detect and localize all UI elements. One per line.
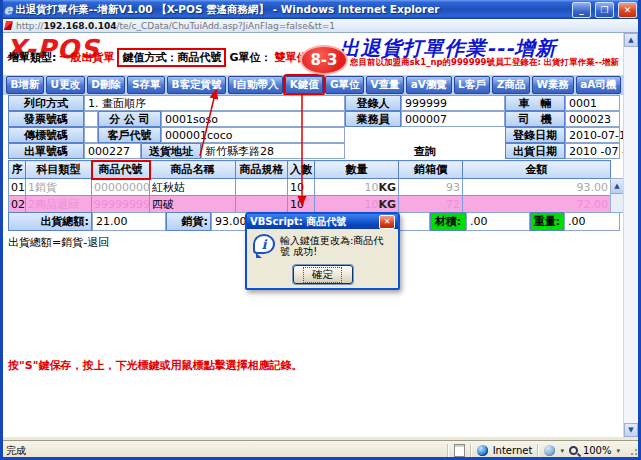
- protected-mode-icon[interactable]: [544, 445, 555, 456]
- toolbar-button-i-autofill[interactable]: I自動帶入: [228, 76, 283, 94]
- total-field: 21.00: [92, 212, 166, 231]
- ok-button[interactable]: 確定: [293, 265, 353, 284]
- salesman-field[interactable]: 000007: [401, 111, 505, 127]
- toolbar-button-b-add[interactable]: B增新: [6, 76, 44, 94]
- volume-label: 材積:: [430, 212, 466, 231]
- dialog-close-icon[interactable]: ✕: [379, 215, 395, 229]
- caret-down-icon[interactable]: ▾: [560, 447, 564, 455]
- vbscript-dialog[interactable]: VBScript: 商品代號 ✕ i 輸入鍵值更改為:商品代號 成功! 確定: [245, 212, 400, 290]
- cell-name: 四破: [150, 196, 236, 213]
- weight-field: .00: [564, 212, 620, 231]
- minimize-button[interactable]: _: [572, 2, 591, 18]
- formula-note: 出貨總額=銷貨-退回: [8, 235, 109, 250]
- item-row-2[interactable]: 02 2商品退回 9999999999999 四破 10 10KG 72 72.…: [9, 196, 611, 213]
- dialog-message: 輸入鍵值更改為:商品代號 成功!: [280, 235, 392, 258]
- address-label: 送貨地址: [141, 143, 201, 159]
- col-amount: 金額: [463, 161, 611, 179]
- salesman-label: 業務員: [345, 111, 401, 127]
- toolbar-button-aa-driver[interactable]: aA司機: [576, 76, 621, 94]
- internet-globe-icon: [477, 445, 488, 456]
- col-seq: 序: [9, 161, 26, 179]
- cell-name: 紅秋姑: [150, 179, 236, 196]
- shipdate-label: 出貨日期: [505, 143, 565, 159]
- key-mode-value: 鍵值方式：商品代號: [117, 48, 226, 67]
- scroll-up-icon[interactable]: ▲: [611, 179, 623, 194]
- toolbar-button-u-edit[interactable]: U更改: [46, 76, 85, 94]
- toolbar-button-av-browse[interactable]: aV瀏覽: [406, 76, 451, 94]
- order-type-label: 增單類型:: [8, 50, 56, 65]
- title-bar[interactable]: e 出退貨打單作業--增新V1.00 【X-POS 雲遙商務網】 - Windo…: [0, 0, 641, 19]
- unit-mode-label: G單位：: [229, 50, 271, 65]
- toolbar-button-l-customer[interactable]: L客戶: [454, 76, 491, 94]
- dialog-title-bar[interactable]: VBScript: 商品代號 ✕: [247, 214, 398, 229]
- resize-grip[interactable]: [625, 447, 638, 460]
- cell-seq: 01: [9, 179, 26, 196]
- query-link[interactable]: 查詢: [345, 143, 505, 159]
- invoice-field[interactable]: [84, 111, 98, 127]
- regdate-field[interactable]: 2010-07-12: [565, 127, 620, 143]
- weight-label: 重量:: [530, 212, 564, 231]
- registrant-label: 登錄人: [345, 95, 401, 111]
- order-no-field[interactable]: 000227: [84, 143, 141, 159]
- page-scrollbar[interactable]: ▲ ▼: [623, 33, 638, 437]
- toolbar-button-z-product[interactable]: Z商品: [492, 76, 530, 94]
- maximize-button[interactable]: ❐: [595, 2, 614, 18]
- voucher-label: 傳標號碼: [8, 127, 84, 143]
- item-row-1[interactable]: 01 1銷貨 0000000000109 紅秋姑 10 10KG 93 93.0…: [9, 179, 611, 196]
- toolbar-button-k-keyvalue[interactable]: K鍵值: [285, 76, 323, 94]
- cell-qty: 10KG: [315, 179, 399, 196]
- url-path: /te/c_CData/ChuTuiAdd.asp?JiAnFlag=false…: [116, 21, 335, 31]
- cell-qty: 10KG: [315, 196, 399, 213]
- toolbar-button-g-unit[interactable]: G單位: [325, 76, 364, 94]
- cell-type: 1銷貨: [26, 179, 92, 196]
- scroll-down-icon[interactable]: ▼: [624, 423, 638, 437]
- toolbar-button-w-sales[interactable]: W業務: [532, 76, 574, 94]
- branch-field[interactable]: 0001soso: [161, 111, 345, 127]
- col-spec: 商品規格: [236, 161, 288, 179]
- order-type-value: 一般出貨單: [59, 50, 114, 65]
- invoice-label: 發票號碼: [8, 111, 84, 127]
- vehicle-field[interactable]: 0001: [565, 95, 620, 111]
- registrant-field[interactable]: 999999: [401, 95, 505, 111]
- instruction-text: 按"S"鍵保存，按上，下光標鍵或用鼠標點擊選擇相應記錄。: [8, 358, 302, 373]
- voucher-field[interactable]: [84, 127, 98, 143]
- url-protocol: http://: [16, 21, 44, 31]
- zoom-level[interactable]: 100%: [583, 445, 612, 456]
- col-box-price: 銷箱價: [399, 161, 463, 179]
- cell-spec: [236, 196, 288, 213]
- col-product-name: 商品名稱: [150, 161, 236, 179]
- col-product-code: 商品代號: [92, 161, 150, 179]
- shipdate-field[interactable]: 2010 -07 -12: [565, 143, 620, 159]
- cell-pack: 10: [288, 196, 315, 213]
- order-form: 列印方式 1. 畫面順序 登錄人 999999 車 輛 0001 發票號碼 分 …: [8, 95, 620, 159]
- toolbar-button-s-save[interactable]: S存單: [127, 76, 165, 94]
- url-text[interactable]: http://192.168.0.104/te/c_CData/ChuTuiAd…: [16, 21, 335, 31]
- toolbar-button-v-quantity[interactable]: V查量: [366, 76, 404, 94]
- scroll-up-icon[interactable]: ▲: [624, 33, 638, 47]
- cell-seq: 02: [9, 196, 26, 213]
- cell-code: 9999999999999: [92, 196, 150, 213]
- close-button[interactable]: ✕: [618, 2, 637, 18]
- items-header-row: 序 科目類型 商品代號 商品名稱 商品規格 入數 數量 銷箱價 金額: [9, 161, 611, 179]
- form-row-3: 傳標號碼 客戶代號 000001coco 登錄日期 2010-07-12: [8, 127, 620, 143]
- items-scrollbar[interactable]: ▲: [610, 178, 624, 213]
- driver-field[interactable]: 000023: [565, 111, 620, 127]
- form-row-2: 發票號碼 分 公 司 0001soso 業務員 000007 司 機 00002…: [8, 111, 620, 127]
- zoom-icon[interactable]: [569, 446, 578, 455]
- branch-label: 分 公 司: [98, 111, 161, 127]
- cell-price: 93: [399, 179, 463, 196]
- ie-icon: e: [4, 2, 12, 17]
- col-qty: 數量: [315, 161, 399, 179]
- print-mode-field[interactable]: 1. 畫面順序: [84, 95, 345, 111]
- page-content: X-POS 出退貨打單作業---增新 增單類型: 一般出貨單 鍵值方式：商品代號…: [3, 33, 638, 437]
- address-bar[interactable]: http://192.168.0.104/te/c_CData/ChuTuiAd…: [0, 19, 641, 33]
- toolbar-button-b-custom-code[interactable]: B客定貨號: [167, 76, 226, 94]
- vehicle-label: 車 輛: [505, 95, 565, 111]
- col-type: 科目類型: [26, 161, 92, 179]
- toolbar-button-d-delete[interactable]: D刪除: [87, 76, 126, 94]
- browser-window: e 出退貨打單作業--增新V1.00 【X-POS 雲遙商務網】 - Windo…: [0, 0, 641, 460]
- address-field[interactable]: 新竹縣李路28: [201, 143, 345, 159]
- customer-field[interactable]: 000001coco: [161, 127, 345, 143]
- zoom-caret-icon[interactable]: ▾: [616, 447, 620, 455]
- form-spacer: [345, 127, 505, 143]
